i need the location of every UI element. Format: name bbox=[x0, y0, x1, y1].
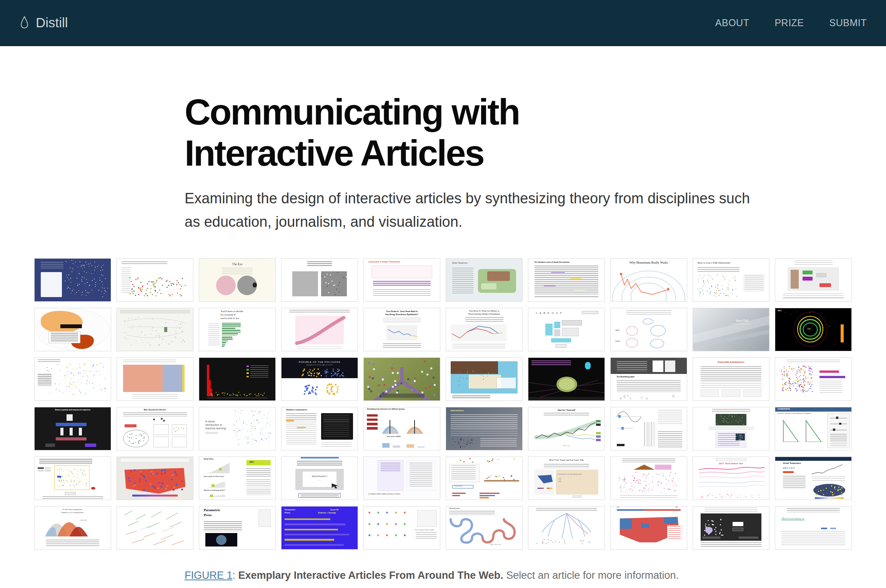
article-thumbnail-you-draw-it-drug-overdose[interactable]: You Draw It: Just How Bad Isthe Drug Ove… bbox=[363, 308, 440, 351]
article-thumbnail-election-paths-tree[interactable] bbox=[528, 506, 605, 550]
nav-prize[interactable]: PRIZE bbox=[774, 17, 804, 28]
article-thumbnail-bbc-climate-rings[interactable]: BBC2016 bbox=[775, 308, 852, 351]
article-thumbnail-you-draw-it-obama[interactable]: You Draw It: What Got Better orWorse Dur… bbox=[446, 308, 523, 351]
dot bbox=[260, 394, 261, 395]
article-thumbnail-labeouf-isometric[interactable]: L A B E O U F bbox=[528, 308, 605, 351]
article-thumbnail-parametric-press-cover[interactable]: ParametricPress bbox=[199, 506, 276, 550]
article-thumbnail-drawn-circles-study[interactable]: JapanUnited bbox=[610, 308, 687, 351]
article-thumbnail-boys-income-dot-flow[interactable] bbox=[34, 357, 111, 401]
article-thumbnail-who-should-get-parole[interactable]: Who Should Get Parole? bbox=[117, 407, 193, 450]
article-thumbnail-parable-of-the-polygons[interactable]: PARABLE OF THE POLYGONSA PLAYABLE POST O… bbox=[281, 357, 358, 401]
dot bbox=[56, 389, 57, 390]
dot bbox=[316, 376, 317, 377]
article-thumbnail-dark-red-histogram[interactable] bbox=[199, 357, 276, 401]
article-thumbnail-us-county-choropleth[interactable] bbox=[117, 457, 193, 500]
article-thumbnail-handwriting-generation[interactable]: thisisnotmos bbox=[775, 506, 852, 550]
dot bbox=[624, 481, 625, 482]
article-thumbnail-particle-trajectory-sim[interactable]: Detect a particle and measure its trajec… bbox=[34, 407, 111, 450]
dot bbox=[70, 288, 70, 289]
article-thumbnail-interactions-article[interactable]: Interactions bbox=[446, 407, 523, 450]
article-thumbnail-stacked-block-areas[interactable] bbox=[117, 357, 193, 401]
article-thumbnail-rain-shadows[interactable]: Rain Shadows bbox=[446, 258, 523, 302]
article-thumbnail-gan-latent-sampling[interactable] bbox=[693, 506, 769, 550]
article-thumbnail-college-outcomes-scatter[interactable] bbox=[117, 258, 193, 302]
dot bbox=[168, 285, 169, 286]
dot bbox=[433, 394, 435, 396]
article-thumbnail-quantum-country-memory[interactable]: A medium which makes memory a choice bbox=[363, 457, 440, 500]
dot bbox=[238, 434, 238, 435]
dot bbox=[739, 435, 740, 436]
article-thumbnail-interface-cards-article[interactable] bbox=[775, 258, 852, 302]
article-thumbnail-slope-strokes-chart[interactable] bbox=[117, 506, 193, 550]
thumb-lines bbox=[781, 531, 845, 546]
article-thumbnail-population-triangle-scatter[interactable] bbox=[610, 457, 687, 500]
dot bbox=[51, 368, 52, 369]
article-thumbnail-sequential-art-paper[interactable]: Scrollytelling paper bbox=[610, 357, 687, 401]
dot bbox=[675, 473, 676, 474]
article-thumbnail-light-us-map[interactable] bbox=[117, 308, 193, 351]
dot bbox=[185, 285, 186, 286]
article-thumbnail-electoral-college-map[interactable]: 213306 bbox=[610, 506, 687, 550]
dot bbox=[329, 392, 330, 394]
article-thumbnail-how-to-use-tsne-effectively[interactable]: How to Use t-SNE Effectively bbox=[693, 258, 769, 302]
dot bbox=[173, 284, 174, 285]
figure-link[interactable]: FIGURE 1 bbox=[185, 570, 233, 581]
thumb-dots bbox=[452, 438, 475, 448]
article-thumbnail-texture-synthesis-code[interactable] bbox=[693, 407, 769, 450]
nav-about[interactable]: ABOUT bbox=[715, 17, 749, 28]
thumb-rect bbox=[125, 424, 137, 427]
article-thumbnail-climate-gov-global-temperature[interactable]: Global Temperature0.99 °C 1.78 °F bbox=[775, 457, 852, 500]
article-thumbnail-matrix-faces[interactable] bbox=[281, 258, 358, 302]
article-thumbnail-isometric-city-game[interactable] bbox=[363, 357, 440, 401]
article-thumbnail-electoral-votes-snake[interactable]: electoral votesBigger Trump margin bbox=[446, 506, 523, 550]
article-thumbnail-voting-systems-spoiler[interactable] bbox=[34, 457, 111, 500]
article-thumbnail-dialect-quiz-map[interactable]: How Y'all, Youse and You Guys TalkDo you… bbox=[528, 457, 605, 500]
article-thumbnail-econgraphs-resource-allocation[interactable]: ECONGRAPHSResource Allocation and Produc… bbox=[775, 407, 852, 450]
dot bbox=[385, 390, 387, 392]
article-thumbnail-colorized-fourier-transform[interactable]: Colorized: Fourier Transform bbox=[363, 258, 440, 302]
dot bbox=[633, 476, 633, 477]
article-thumbnail-pixel-mosaic-bars[interactable] bbox=[775, 357, 852, 401]
article-thumbnail-snow-fall[interactable]: Snow FallThe Avalanche at Tunnel Creek bbox=[693, 308, 769, 351]
dot bbox=[723, 420, 723, 421]
dot bbox=[787, 376, 788, 377]
dot bbox=[711, 277, 711, 277]
nav-submit[interactable]: SUBMIT bbox=[829, 17, 867, 28]
article-thumbnail-warming-globe-map[interactable] bbox=[34, 308, 111, 351]
article-thumbnail-why-momentum-really-works[interactable]: Why Momentum Really Works bbox=[610, 258, 687, 302]
thumb-lines bbox=[535, 266, 598, 297]
article-thumbnail-summers-getting-hotter[interactable]: It's Not Your Imagination.Summers Are Ge… bbox=[34, 506, 111, 550]
article-thumbnail-the-eye[interactable]: The Eye bbox=[199, 258, 276, 302]
article-thumbnail-waveform-explainer[interactable] bbox=[610, 407, 687, 450]
thumb-rect bbox=[653, 360, 663, 372]
article-thumbnail-visual-intro-machine-learning[interactable]: A visualintroduction tomachine learning bbox=[199, 407, 276, 450]
dot bbox=[793, 382, 794, 383]
article-thumbnail-variable-lod-documents[interactable]: On Variable Level-of-detail Documents bbox=[528, 258, 605, 302]
article-thumbnail-dark-blue-scatter-article[interactable] bbox=[34, 258, 111, 302]
article-thumbnail-simulating-loan-decisions[interactable]: Simulating loan decisions for different … bbox=[363, 407, 440, 450]
article-thumbnail-third-hottest-year[interactable]: 2017: Third Hottest Year bbox=[693, 457, 769, 500]
article-thumbnail-radial-burst-glyphs[interactable]: ***************Points arranged in a radi… bbox=[363, 506, 440, 550]
article-thumbnail-spaced-repetition-card[interactable]: Spaced Repetition =— ? — bbox=[281, 457, 358, 500]
article-thumbnail-pirate-coast-map[interactable] bbox=[446, 357, 523, 401]
dot bbox=[264, 393, 265, 394]
dot bbox=[800, 379, 801, 380]
brand[interactable]: Distill bbox=[19, 15, 68, 30]
article-thumbnail-parametric-press-issue01[interactable]: ParametricPressIssue 01Science + Society bbox=[281, 506, 358, 550]
dot bbox=[314, 369, 315, 370]
dot bbox=[153, 281, 154, 282]
dot bbox=[649, 483, 650, 484]
article-thumbnail-see-for-yourself-climate[interactable]: See for Yourself1880-2005 bbox=[528, 407, 605, 450]
dot bbox=[70, 480, 71, 480]
thumb-lines bbox=[307, 261, 331, 266]
dot bbox=[453, 445, 453, 446]
dot bbox=[834, 489, 835, 490]
article-thumbnail-dataflow-computations[interactable]: Dataflow computations bbox=[281, 407, 358, 450]
article-thumbnail-dark-3d-sphere-plot[interactable] bbox=[528, 357, 605, 401]
article-thumbnail-explorable-explanations[interactable]: Explorable Explanations bbox=[693, 357, 769, 401]
article-thumbnail-alcohol-consumption-quiz[interactable]: United States bbox=[446, 457, 523, 500]
article-thumbnail-rich-or-not-bars[interactable]: You'll have to decidefor yourself ifyou'… bbox=[199, 308, 276, 351]
article-thumbnail-income-density-diagonal[interactable] bbox=[281, 308, 358, 351]
thumb-text: Total profit = $9600 bbox=[386, 436, 400, 437]
article-thumbnail-mortgage-calculator[interactable]: Home Price$984How Long Do You Plan to St… bbox=[199, 457, 276, 500]
